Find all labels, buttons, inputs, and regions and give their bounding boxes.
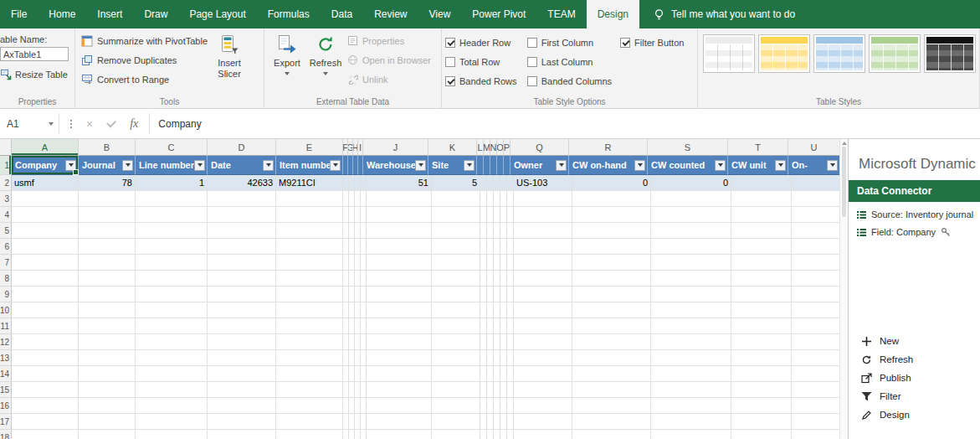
properties-button[interactable]: Properties [345, 31, 434, 50]
row-header-1[interactable]: 1 [0, 156, 12, 175]
cell-D4[interactable] [208, 207, 276, 223]
table-header-cell-O1[interactable] [497, 156, 504, 175]
cell-U5[interactable] [792, 223, 839, 239]
option-total-row[interactable]: Total Row [445, 52, 527, 71]
cell-J14[interactable] [367, 366, 432, 382]
cell-R13[interactable] [572, 350, 651, 366]
cell-P10[interactable] [507, 302, 514, 318]
table-name-input[interactable]: AxTable1 [0, 47, 69, 61]
table-header-cell-U1[interactable]: On- [788, 156, 839, 175]
cell-P3[interactable] [507, 191, 514, 207]
cell-K7[interactable] [432, 255, 480, 271]
cell-D10[interactable] [208, 302, 276, 318]
cell-I8[interactable] [361, 271, 367, 287]
cell-T18[interactable] [731, 430, 792, 439]
cell-F12[interactable] [343, 334, 349, 350]
cell-K6[interactable] [432, 239, 480, 255]
cell-C10[interactable] [136, 302, 208, 318]
new-button[interactable]: New [860, 332, 913, 350]
cell-J15[interactable] [367, 382, 432, 398]
table-header-cell-J1[interactable]: Warehouse [363, 156, 428, 175]
column-header-J[interactable]: J [363, 139, 428, 156]
option-last-column[interactable]: Last Column [527, 52, 620, 71]
name-box[interactable]: A1 [0, 109, 59, 138]
cell-L17[interactable] [480, 414, 487, 430]
cell-U7[interactable] [792, 255, 839, 271]
cell-F13[interactable] [343, 350, 349, 366]
cell-L3[interactable] [480, 191, 487, 207]
cell-R11[interactable] [572, 318, 651, 334]
cell-L15[interactable] [480, 382, 487, 398]
cell-G18[interactable] [349, 430, 355, 439]
cell-M12[interactable] [487, 334, 494, 350]
cell-A7[interactable] [12, 255, 79, 271]
cell-S16[interactable] [651, 398, 731, 414]
cell-O7[interactable] [500, 255, 507, 271]
cell-G2[interactable] [349, 175, 355, 191]
cell-B3[interactable] [79, 191, 136, 207]
cell-K13[interactable] [432, 350, 480, 366]
tab-review[interactable]: Review [363, 0, 418, 28]
cell-K12[interactable] [432, 334, 480, 350]
cell-P5[interactable] [507, 223, 514, 239]
cell-J5[interactable] [367, 223, 432, 239]
cell-U8[interactable] [792, 271, 839, 287]
cell-J7[interactable] [367, 255, 432, 271]
cell-T8[interactable] [731, 271, 792, 287]
cell-K2[interactable]: 5 [432, 175, 480, 191]
cell-U11[interactable] [792, 318, 839, 334]
cell-P4[interactable] [507, 207, 514, 223]
cell-K9[interactable] [432, 287, 480, 302]
cell-P12[interactable] [507, 334, 514, 350]
cell-H7[interactable] [355, 255, 361, 271]
cell-O14[interactable] [500, 366, 507, 382]
cell-A15[interactable] [12, 382, 79, 398]
cell-B2[interactable]: 78 [79, 175, 136, 191]
cell-D15[interactable] [208, 382, 276, 398]
cell-J12[interactable] [367, 334, 432, 350]
table-style-blue[interactable] [813, 34, 865, 73]
cell-B4[interactable] [79, 207, 136, 223]
cell-G15[interactable] [349, 382, 355, 398]
cell-D9[interactable] [208, 287, 276, 302]
cell-A9[interactable] [12, 287, 79, 302]
cell-L5[interactable] [480, 223, 487, 239]
cell-N10[interactable] [494, 302, 500, 318]
cell-O5[interactable] [500, 223, 507, 239]
cell-P7[interactable] [507, 255, 514, 271]
cell-C15[interactable] [136, 382, 208, 398]
cell-J2[interactable]: 51 [367, 175, 432, 191]
cell-B8[interactable] [79, 271, 136, 287]
cell-O11[interactable] [500, 318, 507, 334]
cell-K5[interactable] [432, 223, 480, 239]
cell-K11[interactable] [432, 318, 480, 334]
cell-S3[interactable] [651, 191, 731, 207]
cell-B18[interactable] [79, 430, 136, 439]
cell-B7[interactable] [79, 255, 136, 271]
cell-A10[interactable] [12, 302, 79, 318]
cell-Q15[interactable] [514, 382, 572, 398]
cell-N2[interactable] [494, 175, 500, 191]
cell-S11[interactable] [651, 318, 731, 334]
cell-C13[interactable] [136, 350, 208, 366]
cell-T17[interactable] [731, 414, 792, 430]
cell-A4[interactable] [12, 207, 79, 223]
cell-I10[interactable] [361, 302, 367, 318]
cell-F5[interactable] [343, 223, 349, 239]
cell-Q10[interactable] [514, 302, 572, 318]
row-header-15[interactable]: 15 [0, 382, 12, 398]
cell-F17[interactable] [343, 414, 349, 430]
cell-J13[interactable] [367, 350, 432, 366]
table-style-dark[interactable] [924, 34, 976, 73]
cell-H5[interactable] [355, 223, 361, 239]
cell-T9[interactable] [731, 287, 792, 302]
cell-B5[interactable] [79, 223, 136, 239]
cell-M17[interactable] [487, 414, 494, 430]
cell-I4[interactable] [361, 207, 367, 223]
cell-O2[interactable] [500, 175, 507, 191]
cell-O3[interactable] [500, 191, 507, 207]
cell-B13[interactable] [79, 350, 136, 366]
cell-H13[interactable] [355, 350, 361, 366]
cell-F16[interactable] [343, 398, 349, 414]
cell-P6[interactable] [507, 239, 514, 255]
